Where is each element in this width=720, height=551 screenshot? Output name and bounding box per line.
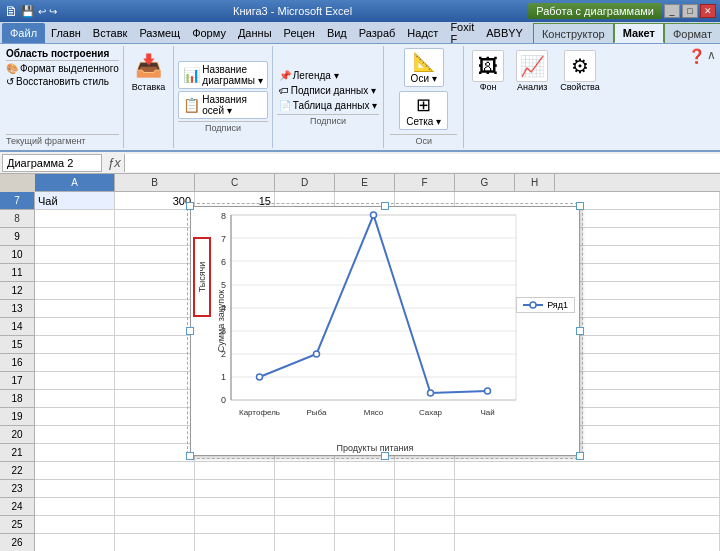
svg-point-14 xyxy=(428,390,434,396)
properties-btn[interactable]: ⚙ Свойства xyxy=(556,48,604,94)
tab-pagelayout[interactable]: Размещ xyxy=(133,23,186,43)
left-panel-title: Область построения xyxy=(6,48,119,61)
tab-insert[interactable]: Вставк xyxy=(87,23,134,43)
tab-addins[interactable]: Надст xyxy=(401,23,444,43)
col-header-h[interactable]: H xyxy=(515,174,555,191)
tab-view[interactable]: Вид xyxy=(321,23,353,43)
tab-foxit[interactable]: Foxit F xyxy=(444,23,480,43)
analysis-btn[interactable]: 📈 Анализ xyxy=(512,48,552,94)
cell-a7[interactable]: Чай xyxy=(35,192,115,210)
insert-btn[interactable]: 📥 Вставка xyxy=(128,48,169,94)
analysis-label: Анализ xyxy=(517,82,547,92)
maximize-btn[interactable]: □ xyxy=(682,4,698,18)
background-btn[interactable]: 🖼 Фон xyxy=(468,48,508,94)
row-header-17[interactable]: 17 xyxy=(0,372,34,390)
svg-text:5: 5 xyxy=(221,280,226,290)
tab-format[interactable]: Формат xyxy=(664,23,720,43)
row-header-23[interactable]: 23 xyxy=(0,480,34,498)
minimize-btn[interactable]: _ xyxy=(664,4,680,18)
row-header-26[interactable]: 26 xyxy=(0,534,34,551)
tab-home[interactable]: Главн xyxy=(45,23,87,43)
axes-group-label: Оси xyxy=(390,134,457,146)
col-header-a[interactable]: A xyxy=(35,174,115,191)
table-row xyxy=(35,480,720,498)
data-table-btn[interactable]: 📄Таблица данных ▾ xyxy=(277,99,379,112)
tab-abbyy[interactable]: ABBYY xyxy=(480,23,529,43)
chart-container[interactable]: Тысячи Сумма закупок xyxy=(190,206,580,456)
svg-text:3: 3 xyxy=(221,326,226,336)
work-with-charts-label: Работа с диаграммами xyxy=(528,3,662,19)
table-row xyxy=(35,462,720,480)
row-header-18[interactable]: 18 xyxy=(0,390,34,408)
chart-name-btn[interactable]: 📊Названиедиаграммы ▾ xyxy=(178,61,267,89)
row-header-25[interactable]: 25 xyxy=(0,516,34,534)
legend-btn[interactable]: 📌Легенда ▾ xyxy=(277,69,379,82)
restore-style-btn[interactable]: ↺Восстановить стиль xyxy=(6,75,119,88)
row-header-20[interactable]: 20 xyxy=(0,426,34,444)
svg-text:4: 4 xyxy=(221,303,226,313)
cell-b7[interactable]: 300 xyxy=(115,192,195,210)
table-row xyxy=(35,498,720,516)
current-fragment-label: Текущий фрагмент xyxy=(6,134,119,146)
row-header-10[interactable]: 10 xyxy=(0,246,34,264)
row-header-24[interactable]: 24 xyxy=(0,498,34,516)
row-header-9[interactable]: 9 xyxy=(0,228,34,246)
row-header-12[interactable]: 12 xyxy=(0,282,34,300)
row-header-11[interactable]: 11 xyxy=(0,264,34,282)
tab-review[interactable]: Рецен xyxy=(278,23,321,43)
tab-formulas[interactable]: Форму xyxy=(186,23,232,43)
col-header-d[interactable]: D xyxy=(275,174,335,191)
tab-developer[interactable]: Разраб xyxy=(353,23,402,43)
tab-constructor[interactable]: Конструктор xyxy=(533,23,614,43)
row-header-8[interactable]: 8 xyxy=(0,210,34,228)
col-header-g[interactable]: G xyxy=(455,174,515,191)
subscriptions-group-label2: Подписи xyxy=(277,114,379,126)
svg-point-12 xyxy=(314,351,320,357)
row-header-21[interactable]: 21 xyxy=(0,444,34,462)
axes-btn[interactable]: 📐 Оси ▾ xyxy=(404,48,444,87)
col-header-c[interactable]: C xyxy=(195,174,275,191)
row-header-15[interactable]: 15 xyxy=(0,336,34,354)
format-selected-btn[interactable]: 🎨Формат выделенного xyxy=(6,62,119,75)
row-header-13[interactable]: 13 xyxy=(0,300,34,318)
col-header-e[interactable]: E xyxy=(335,174,395,191)
minimize-ribbon-icon[interactable]: ∧ xyxy=(707,48,716,62)
help-icon[interactable]: ❓ xyxy=(688,48,705,64)
chart-legend: Ряд1 xyxy=(516,297,575,313)
svg-text:Сахар: Сахар xyxy=(419,408,443,417)
row-header-14[interactable]: 14 xyxy=(0,318,34,336)
quick-access-redo[interactable]: ↪ xyxy=(49,6,57,17)
axis-names-btn[interactable]: 📋Названияосей ▾ xyxy=(178,91,267,119)
row-header-7[interactable]: 7 xyxy=(0,192,34,210)
data-labels-btn[interactable]: 🏷Подписи данных ▾ xyxy=(277,84,379,97)
svg-point-13 xyxy=(371,212,377,218)
insert-label: Вставка xyxy=(132,82,165,92)
svg-text:6: 6 xyxy=(221,257,226,267)
formula-bar-fx: ƒx xyxy=(104,154,124,172)
svg-text:1: 1 xyxy=(221,372,226,382)
quick-access-save[interactable]: 💾 xyxy=(21,5,35,18)
tab-data[interactable]: Данны xyxy=(232,23,278,43)
col-header-b[interactable]: B xyxy=(115,174,195,191)
tab-layout[interactable]: Макет xyxy=(614,23,664,43)
svg-text:Чай: Чай xyxy=(480,408,494,417)
tab-file[interactable]: Файл xyxy=(2,23,45,43)
svg-text:Рыба: Рыба xyxy=(307,408,327,417)
title-bar-text: Книга3 - Microsoft Excel xyxy=(57,5,528,17)
close-btn[interactable]: ✕ xyxy=(700,4,716,18)
svg-text:0: 0 xyxy=(221,395,226,405)
chart-x-axis-label: Продукты питания xyxy=(231,443,519,453)
svg-text:2: 2 xyxy=(221,349,226,359)
svg-point-11 xyxy=(257,374,263,380)
svg-point-31 xyxy=(530,302,536,308)
quick-access-undo[interactable]: ↩ xyxy=(38,6,46,17)
formula-input[interactable] xyxy=(124,154,720,172)
chart-y-axis-label: Сумма закупок xyxy=(214,227,228,415)
svg-text:Картофель: Картофель xyxy=(239,408,280,417)
name-box[interactable] xyxy=(2,154,102,172)
row-header-19[interactable]: 19 xyxy=(0,408,34,426)
grid-btn[interactable]: ⊞ Сетка ▾ xyxy=(399,91,448,130)
row-header-22[interactable]: 22 xyxy=(0,462,34,480)
col-header-f[interactable]: F xyxy=(395,174,455,191)
row-header-16[interactable]: 16 xyxy=(0,354,34,372)
